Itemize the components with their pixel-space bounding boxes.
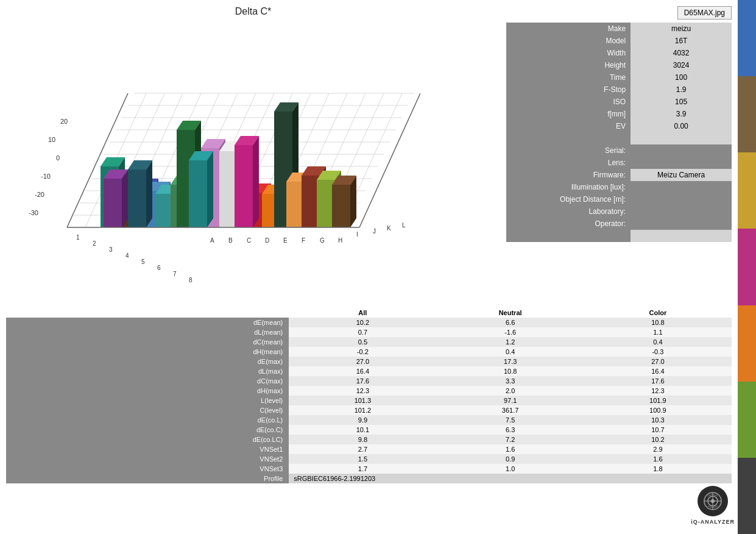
stats-cell-value: 10.8 [437,366,584,376]
stats-row: dE(co.LC)9.87.210.2 [6,435,732,444]
stats-cell-value: 10.8 [584,318,732,327]
svg-point-134 [711,499,715,503]
stats-cell-value: 0.9 [437,454,584,464]
stats-cell-value: 10.7 [584,425,732,435]
stats-cell-value: 27.0 [584,357,732,366]
svg-line-129 [359,93,420,227]
illumination-value [631,181,732,193]
stats-cell-value: 100.9 [584,405,732,415]
stats-row: dE(co.C)10.16.310.7 [6,425,732,435]
info-row-lens: Lens: [506,157,732,169]
stats-col-color: Color [584,308,732,318]
stats-cell-value: 1.7 [289,464,436,474]
svg-marker-108 [253,136,259,227]
logo-area: iQ-ANALYZER [691,486,735,525]
info-row-laboratory: Laboratory: [506,205,732,218]
make-value: meizu [631,23,732,35]
swatch-magenta [738,229,756,305]
stats-cell-value: 101.2 [289,405,436,415]
stats-cell-value: 2.0 [437,386,584,396]
svg-text:E: E [283,237,288,244]
object-value [631,193,732,205]
stats-cell-value: 12.3 [584,386,732,396]
ev-label: EV [506,120,631,132]
svg-text:A: A [210,237,214,244]
time-value: 100 [631,71,732,84]
firmware-label: Firmware: [506,169,631,181]
stats-cell-value: 1.8 [584,464,732,474]
stats-row: dE(co.L)9.97.510.3 [6,415,732,425]
info-row-model: Model 16T [506,35,732,47]
bar-16 [235,136,259,227]
laboratory-label: Laboratory: [506,205,631,218]
stats-cell-label: dE(mean) [6,318,289,327]
info-row-serial: Serial: [506,144,732,157]
make-label: Make [506,23,631,35]
stats-cell-value: 1.1 [584,327,732,337]
stats-row: dH(max)12.32.012.3 [6,386,732,396]
stats-row: dE(mean)10.26.610.8 [6,318,732,327]
stats-cell-value: 101.9 [584,396,732,405]
svg-text:B: B [228,237,233,244]
svg-text:D: D [265,237,269,244]
stats-row: VNSet21.50.91.6 [6,454,732,464]
svg-text:7: 7 [173,271,177,277]
stats-cell-value: 10.1 [289,425,436,435]
logo-icon [702,490,724,512]
svg-marker-106 [235,145,253,227]
stats-row: VNSet12.71.62.9 [6,444,732,454]
logo-circle [698,486,728,516]
stats-cell-label: dL(max) [6,366,289,376]
stats-cell-value: 1.6 [584,454,732,464]
stats-section: All Neutral Color dE(mean)10.26.610.8dL(… [0,305,738,486]
stats-row: L(level)101.397.1101.9 [6,396,732,405]
svg-marker-63 [122,169,128,227]
object-label: Object Distance [m]: [506,193,631,205]
swatch-orange [738,305,756,382]
svg-marker-124 [332,185,350,227]
stats-cell-value: -1.6 [437,327,584,337]
model-label: Model [506,35,631,47]
serial-label: Serial: [506,144,631,157]
bar-21 [128,160,152,227]
stats-row: VNSet31.71.01.8 [6,464,732,474]
stats-cell-value: 101.3 [289,396,436,405]
stats-cell-value: 12.3 [289,386,436,396]
svg-marker-121 [128,169,146,227]
svg-text:0: 0 [56,154,60,162]
stats-cell-label: VNSet2 [6,454,289,464]
stats-cell-value: 0.5 [289,337,436,347]
stats-cell-value: 17.6 [289,376,436,386]
stats-col-neutral: Neutral [437,308,584,318]
chart-area: Delta C* [0,0,506,305]
info-panel: D65MAX.jpg Make meizu Model 16T Width 40… [506,0,738,305]
stats-cell-value: 0.4 [584,337,732,347]
stats-cell-value: 10.2 [289,318,436,327]
stats-row: dE(max)27.017.327.0 [6,357,732,366]
color-strip [738,0,756,534]
bar-22 [332,176,356,227]
info-row-make: Make meizu [506,23,732,35]
svg-text:1: 1 [76,234,80,241]
stats-cell-label: dE(co.L) [6,415,289,425]
time-label: Time [506,71,631,84]
stats-cell-value: -0.3 [584,347,732,357]
stats-cell-value: 9.9 [289,415,436,425]
stats-cell-label: dE(co.C) [6,425,289,435]
stats-cell-value: 2.9 [584,444,732,454]
stats-cell-label: dH(mean) [6,347,289,357]
stats-cell-label: dE(co.LC) [6,435,289,444]
stats-cell-value: 17.3 [437,357,584,366]
stats-col-label [6,308,289,318]
stats-cell-label: dE(max) [6,357,289,366]
height-label: Height [506,59,631,71]
info-row-firmware: Firmware: Meizu Camera [506,169,732,181]
stats-cell-value: 27.0 [289,357,436,366]
firmware-value: Meizu Camera [631,169,732,181]
svg-marker-111 [207,151,213,227]
stats-cell-value: 1.6 [437,444,584,454]
stats-row: dC(mean)0.51.20.4 [6,337,732,347]
info-row-fmm: f[mm] 3.9 [506,108,732,120]
stats-cell-value: 0.4 [437,347,584,357]
stats-row: dH(mean)-0.20.4-0.3 [6,347,732,357]
